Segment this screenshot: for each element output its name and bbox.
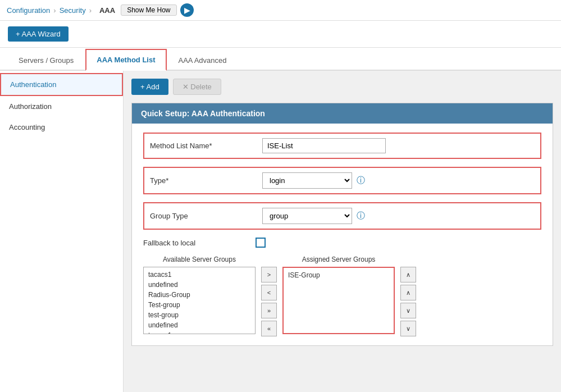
- method-list-name-row: Method List Name*: [143, 133, 541, 159]
- sidebar: Authentication Authorization Accounting: [0, 71, 124, 392]
- content-area: + Add ✕ Delete Quick Setup: AAA Authenti…: [124, 71, 561, 392]
- method-list-name-input[interactable]: [262, 138, 386, 153]
- action-bar: + Add ✕ Delete: [131, 79, 553, 95]
- assigned-server-group-col: Assigned Server Groups ISE-Group: [282, 256, 395, 334]
- form-panel: Quick Setup: AAA Authentication Method L…: [131, 103, 553, 346]
- breadcrumb: Configuration › Security › AAA Show Me H…: [0, 0, 561, 21]
- form-body: Method List Name* Type* loginenablepppar…: [132, 124, 553, 345]
- order-arrow-col: ∧ ∧ ∨ ∨: [400, 256, 416, 336]
- tab-aaa-advanced[interactable]: AAA Advanced: [168, 50, 238, 71]
- breadcrumb-sep-2: ›: [89, 6, 92, 15]
- fallback-row: Fallback to local: [143, 238, 541, 248]
- add-button[interactable]: + Add: [131, 79, 168, 95]
- breadcrumb-aaa: AAA: [99, 6, 115, 15]
- move-all-left-button[interactable]: «: [261, 321, 277, 336]
- aaa-wizard-button[interactable]: + AAA Wizard: [8, 26, 69, 42]
- list-item[interactable]: Radius-Group: [146, 290, 253, 300]
- sidebar-item-accounting[interactable]: Accounting: [0, 117, 123, 138]
- type-select[interactable]: loginenableppparapnasidot1xsgbp: [262, 172, 352, 189]
- form-panel-title: Quick Setup: AAA Authentication: [132, 103, 553, 124]
- group-type-label: Group Type: [150, 212, 262, 220]
- assigned-server-groups-label: Assigned Server Groups: [282, 256, 395, 263]
- order-down-button[interactable]: ∨: [400, 303, 416, 318]
- fallback-checkbox[interactable]: [256, 238, 266, 248]
- breadcrumb-sep-1: ›: [53, 6, 56, 15]
- move-all-right-button[interactable]: »: [261, 303, 277, 318]
- move-arrow-col: > < » «: [261, 256, 277, 336]
- group-type-info-icon[interactable]: ⓘ: [357, 211, 365, 221]
- available-server-group-col: Available Server Groups tacacs1undefined…: [143, 256, 256, 334]
- list-item[interactable]: test-group: [146, 310, 253, 320]
- available-server-groups-label: Available Server Groups: [143, 256, 256, 263]
- type-info-icon[interactable]: ⓘ: [357, 175, 365, 186]
- move-left-button[interactable]: <: [261, 285, 277, 300]
- show-me-how-button[interactable]: Show Me How: [121, 4, 176, 16]
- group-type-select[interactable]: grouplocalkrb5krb5-telnetlineenablenoner…: [262, 208, 352, 224]
- top-bar: + AAA Wizard: [0, 21, 561, 48]
- list-item[interactable]: undefined: [146, 280, 253, 290]
- tabs-bar: Servers / Groups AAA Method List AAA Adv…: [0, 48, 561, 71]
- order-bottom-button[interactable]: ∨: [400, 321, 416, 336]
- tab-aaa-method-list[interactable]: AAA Method List: [85, 49, 166, 71]
- tab-servers-groups[interactable]: Servers / Groups: [8, 50, 84, 71]
- list-item[interactable]: tacacs1: [146, 330, 253, 334]
- sidebar-item-authorization[interactable]: Authorization: [0, 96, 123, 117]
- server-groups-section: Available Server Groups tacacs1undefined…: [143, 256, 541, 336]
- order-top-button[interactable]: ∧: [400, 267, 416, 282]
- move-right-button[interactable]: >: [261, 267, 277, 282]
- breadcrumb-security[interactable]: Security: [60, 6, 86, 15]
- assigned-server-list[interactable]: ISE-Group: [282, 267, 395, 334]
- type-label: Type*: [150, 176, 262, 185]
- method-list-name-label: Method List Name*: [150, 142, 262, 150]
- list-item[interactable]: ISE-Group: [286, 270, 391, 280]
- available-server-list[interactable]: tacacs1undefinedRadius-GroupTest-groupte…: [143, 267, 256, 334]
- list-item[interactable]: tacacs1: [146, 270, 253, 280]
- breadcrumb-configuration[interactable]: Configuration: [7, 6, 50, 15]
- main-layout: Authentication Authorization Accounting …: [0, 71, 561, 392]
- fallback-label: Fallback to local: [143, 239, 256, 247]
- delete-button[interactable]: ✕ Delete: [173, 79, 221, 95]
- list-item[interactable]: Test-group: [146, 300, 253, 310]
- list-item[interactable]: undefined: [146, 320, 253, 330]
- show-me-how-icon[interactable]: ▶: [180, 3, 194, 17]
- group-type-row: Group Type grouplocalkrb5krb5-telnetline…: [143, 202, 541, 230]
- sidebar-item-authentication[interactable]: Authentication: [0, 73, 123, 96]
- type-row: Type* loginenableppparapnasidot1xsgbp ⓘ: [143, 167, 541, 194]
- order-up-button[interactable]: ∧: [400, 285, 416, 300]
